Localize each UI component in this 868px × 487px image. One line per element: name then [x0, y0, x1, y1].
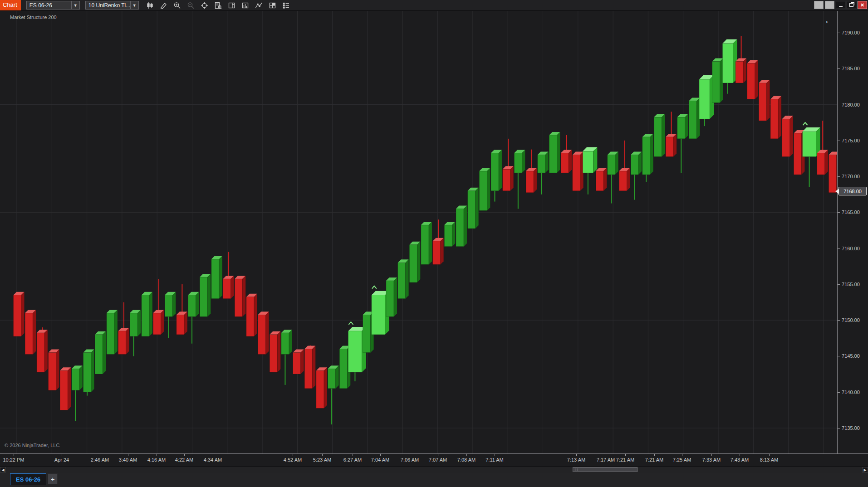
chart-canvas[interactable]: Market Structure 200 © 2026 NinjaTrader,… — [0, 11, 837, 453]
chart-region: Market Structure 200 © 2026 NinjaTrader,… — [0, 11, 868, 453]
time-tick — [410, 454, 410, 456]
time-tick-label: 8:13 AM — [760, 457, 778, 463]
pencil-draw-icon[interactable] — [160, 2, 167, 9]
time-tick-label: 7:08 AM — [457, 457, 476, 463]
price-tick-label: 7160.00 — [842, 246, 860, 252]
panel-split-icon[interactable] — [228, 2, 235, 9]
add-tab-button[interactable]: + — [48, 473, 58, 484]
zoom-in-icon[interactable] — [173, 2, 181, 9]
time-tick-label: Apr 24 — [54, 457, 69, 463]
chart-trader-icon[interactable] — [241, 2, 249, 9]
time-tick-label: 4:34 AM — [204, 457, 222, 463]
time-tick — [711, 454, 712, 456]
time-tick-label: 4:16 AM — [147, 457, 166, 463]
structure-up-arrow-icon — [348, 322, 353, 325]
chevron-down-icon: ▼ — [71, 1, 79, 9]
crosshair-icon[interactable] — [201, 2, 208, 9]
ninjatrader-chart-window: Chart ES 06-26 ▼ 10 UniRenko Tl... ▼ — [0, 0, 868, 487]
price-tick-label: 7140.00 — [842, 390, 860, 395]
time-tick-label: 7:04 AM — [371, 457, 389, 463]
tab-bar: ES 06-26 + — [0, 473, 868, 487]
close-icon: ✕ — [860, 2, 864, 8]
time-tick — [576, 454, 577, 456]
instrument-selector[interactable]: ES 06-26 ▼ — [26, 1, 80, 10]
data-box-icon[interactable] — [214, 2, 222, 9]
scroll-left-arrow-icon[interactable]: ◀ — [0, 467, 6, 472]
scroll-right-arrow-icon[interactable]: ▶ — [862, 467, 868, 472]
time-tick — [184, 454, 185, 456]
time-tick — [213, 454, 213, 456]
price-axis[interactable]: 7168.00 7190.007185.007180.007175.007170… — [837, 11, 868, 453]
price-tick-label: 7190.00 — [842, 30, 860, 36]
time-tick-label: 6:27 AM — [343, 457, 362, 463]
instrument-selector-value: ES 06-26 — [27, 2, 71, 9]
period-selector[interactable]: 10 UniRenko Tl... ▼ — [85, 1, 139, 10]
time-tick — [654, 454, 655, 456]
chart-menu-button[interactable]: Chart — [0, 0, 21, 10]
time-tick — [682, 454, 682, 456]
toolbar-icons — [146, 0, 290, 10]
minimize-icon — [839, 6, 843, 7]
grid-properties-icon[interactable] — [269, 2, 276, 9]
price-tick-label: 7180.00 — [842, 102, 860, 108]
zoom-out-icon[interactable] — [187, 2, 195, 9]
time-tick — [157, 454, 157, 456]
price-tick — [838, 248, 840, 249]
time-axis[interactable]: 10:22 PMApr 242:46 AM3:40 AM4:16 AM4:22 … — [0, 453, 868, 466]
workspace-button-2[interactable] — [825, 1, 834, 9]
price-tick-label: 7175.00 — [842, 138, 860, 144]
time-tick-label: 7:13 AM — [567, 457, 585, 463]
restore-button[interactable] — [847, 1, 856, 9]
time-tick — [14, 454, 14, 456]
price-tick — [838, 356, 840, 356]
price-tick-label: 7185.00 — [842, 66, 860, 72]
price-tick — [838, 176, 840, 177]
time-tick — [380, 454, 381, 456]
period-selector-value: 10 UniRenko Tl... — [86, 2, 130, 9]
go-to-latest-arrow-icon[interactable]: → — [820, 15, 830, 25]
tab-es-06-26[interactable]: ES 06-26 — [10, 473, 46, 485]
time-tick — [438, 454, 438, 456]
time-tick — [606, 454, 606, 456]
price-tick-label: 7135.00 — [842, 425, 860, 431]
scrollbar-thumb[interactable] — [573, 467, 638, 472]
price-tick — [838, 284, 840, 285]
time-tick-label: 7:25 AM — [673, 457, 691, 463]
tab-label: ES 06-26 — [16, 476, 40, 483]
price-tick — [838, 320, 840, 321]
price-tick — [838, 105, 840, 105]
time-tick — [740, 454, 740, 456]
last-price-marker: 7168.00 — [839, 187, 867, 195]
time-tick-label: 7:11 AM — [485, 457, 504, 463]
list-icon[interactable] — [282, 2, 290, 9]
time-tick-label: 7:21 AM — [616, 457, 634, 463]
window-controls: ✕ — [814, 1, 867, 9]
candlestick-plot — [0, 11, 838, 453]
time-tick-label: 2:46 AM — [91, 457, 109, 463]
time-tick-label: 7:06 AM — [401, 457, 419, 463]
price-tick-label: 7145.00 — [842, 353, 860, 359]
close-button[interactable]: ✕ — [858, 1, 867, 9]
candlestick-style-icon[interactable] — [146, 2, 154, 9]
price-tick-label: 7155.00 — [842, 282, 860, 287]
time-tick-label: 4:52 AM — [284, 457, 302, 463]
time-tick — [62, 454, 62, 456]
time-tick-label: 4:22 AM — [175, 457, 193, 463]
scrollbar-grip — [575, 468, 578, 471]
time-tick-label: 10:22 PM — [3, 457, 24, 463]
workspace-button-1[interactable] — [814, 1, 824, 9]
time-tick-label: 5:23 AM — [313, 457, 331, 463]
time-tick — [293, 454, 293, 456]
chevron-down-icon: ▼ — [130, 1, 138, 9]
structure-up-arrow-icon — [803, 122, 808, 125]
time-tick-label: 7:07 AM — [429, 457, 447, 463]
price-tick — [838, 141, 840, 141]
zigzag-indicator-icon[interactable] — [255, 2, 263, 9]
time-tick — [495, 454, 495, 456]
toolbar: Chart ES 06-26 ▼ 10 UniRenko Tl... ▼ — [0, 0, 868, 11]
chart-menu-label: Chart — [3, 1, 17, 8]
minimize-button[interactable] — [836, 1, 845, 9]
last-price-value: 7168.00 — [843, 189, 862, 194]
time-tick — [322, 454, 323, 456]
price-tick — [838, 212, 840, 213]
